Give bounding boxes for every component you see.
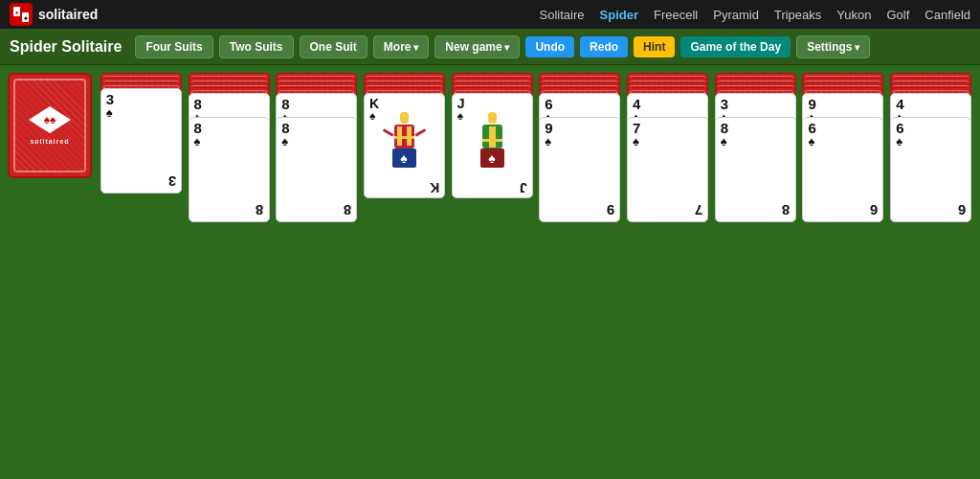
new-game-button[interactable]: New game	[434, 35, 520, 58]
card-8-spades-4[interactable]: 8 ♠ ♠♠♠♠♠♠♠♠ 8	[276, 117, 357, 222]
column-9: 9 ♠ ♠♠♠♠♠♠♠♠♠ 9 6 ♠ ♠♠♠♠♠♠ 6	[802, 73, 885, 471]
nav-freecell[interactable]: Freecell	[654, 8, 698, 22]
nav-yukon[interactable]: Yukon	[836, 8, 871, 22]
column-4: K ♠ ♠	[363, 73, 446, 471]
hint-button[interactable]: Hint	[634, 36, 675, 57]
columns-area: 3 ♠ ♠ ♠♠ ♠ 3 8 ♠	[100, 73, 972, 471]
settings-button[interactable]: Settings	[796, 35, 870, 58]
nav-spider[interactable]: Spider	[600, 8, 638, 22]
col-10-stack: 4 ♠ ♠♠♠♠ 4 6 ♠ ♠♠♠♠♠♠ 6	[890, 73, 971, 222]
svg-text:♣: ♣	[24, 15, 28, 21]
one-suit-button[interactable]: One Suit	[300, 35, 368, 58]
svg-rect-16	[482, 139, 502, 142]
card-7-spades[interactable]: 7 ♠ ♠♠♠♠♠♠♠ 7	[627, 117, 708, 222]
card-6-spades-3[interactable]: 6 ♠ ♠♠♠♠♠♠ 6	[890, 117, 971, 222]
col-4-stack: K ♠ ♠	[364, 73, 445, 198]
col-8-stack: 3 ♠ ♠♠♠ 3 8 ♠ ♠♠♠♠♠♠♠♠ 8	[715, 73, 796, 222]
game-title: Spider Solitaire	[10, 38, 122, 56]
card-9-spades-1[interactable]: 9 ♠ ♠♠♠♠♠♠♠♠♠ 9	[539, 117, 620, 222]
svg-text:♠: ♠	[488, 150, 496, 166]
card-8-spades-2[interactable]: 8 ♠ ♠♠♠♠♠♠♠♠ 8	[189, 117, 270, 222]
two-suits-button[interactable]: Two Suits	[219, 35, 294, 58]
stock-deck[interactable]: ♠♠ solitaired	[8, 73, 92, 178]
col-5-stack: J ♠ ♠ J	[452, 73, 533, 198]
col-2-stack: 8 ♠ ♠♠♠♠♠♠♠♠ 8 8 ♠ ♠♠♠♠♠♠♠♠ 8	[189, 73, 270, 222]
col-9-stack: 9 ♠ ♠♠♠♠♠♠♠♠♠ 9 6 ♠ ♠♠♠♠♠♠ 6	[802, 73, 883, 222]
card-king-spades[interactable]: K ♠ ♠	[364, 93, 445, 198]
svg-rect-11	[383, 128, 394, 137]
top-navigation: ♠ ♣ solitaired Solitaire Spider Freecell…	[0, 0, 980, 29]
nav-golf[interactable]: Golf	[886, 8, 909, 22]
col-1-stack: 3 ♠ ♠ ♠♠ ♠ 3	[100, 73, 182, 194]
nav-solitaire[interactable]: Solitaire	[540, 8, 585, 22]
column-7: 4 ♠ ♠♠♠♠ 4 7 ♠ ♠♠♠♠♠♠♠ 7	[626, 73, 709, 471]
nav-links: Solitaire Spider Freecell Pyramid Tripea…	[540, 8, 970, 22]
card-jack-spades[interactable]: J ♠ ♠ J	[452, 93, 533, 198]
game-area: ♠♠ solitaired 3 ♠ ♠ ♠♠ ♠	[0, 65, 980, 479]
game-toolbar: Spider Solitaire Four Suits Two Suits On…	[0, 29, 980, 65]
column-1: 3 ♠ ♠ ♠♠ ♠ 3	[100, 73, 183, 471]
nav-pyramid[interactable]: Pyramid	[713, 8, 759, 22]
column-2: 8 ♠ ♠♠♠♠♠♠♠♠ 8 8 ♠ ♠♠♠♠♠♠♠♠ 8	[188, 73, 271, 471]
nav-tripeaks[interactable]: Tripeaks	[774, 8, 821, 22]
card-3-spades[interactable]: 3 ♠ ♠ ♠♠ ♠ 3	[100, 88, 182, 194]
col-6-stack: 6 ♠ ♠♠♠♠♠♠ 6 9 ♠ ♠♠♠♠♠♠♠♠♠ 9	[539, 73, 620, 222]
more-button[interactable]: More	[373, 35, 429, 58]
stock-area: ♠♠ solitaired	[8, 73, 94, 471]
column-10: 4 ♠ ♠♠♠♠ 4 6 ♠ ♠♠♠♠♠♠ 6	[889, 73, 972, 471]
card-8-spades-5[interactable]: 8 ♠ ♠♠♠♠♠♠♠♠ 8	[715, 117, 796, 222]
col-3-stack: 8 ♠ ♠♠♠♠♠♠♠♠ 8 8 ♠ ♠♠♠♠♠♠♠♠ 8	[276, 73, 357, 222]
undo-button[interactable]: Undo	[525, 36, 574, 57]
col-7-stack: 4 ♠ ♠♠♠♠ 4 7 ♠ ♠♠♠♠♠♠♠ 7	[627, 73, 708, 222]
stock-logo: ♠♠ solitaired	[29, 106, 71, 145]
logo-icon: ♠ ♣	[10, 3, 33, 26]
svg-rect-8	[394, 136, 414, 139]
column-3: 8 ♠ ♠♠♠♠♠♠♠♠ 8 8 ♠ ♠♠♠♠♠♠♠♠ 8	[275, 73, 358, 471]
nav-canfield[interactable]: Canfield	[924, 8, 970, 22]
card-6-spades-2[interactable]: 6 ♠ ♠♠♠♠♠♠ 6	[802, 117, 883, 222]
column-8: 3 ♠ ♠♠♠ 3 8 ♠ ♠♠♠♠♠♠♠♠ 8	[714, 73, 797, 471]
app-name: solitaired	[38, 7, 98, 22]
svg-rect-15	[489, 126, 496, 148]
svg-text:♠: ♠	[400, 150, 408, 166]
column-6: 6 ♠ ♠♠♠♠♠♠ 6 9 ♠ ♠♠♠♠♠♠♠♠♠ 9	[539, 73, 622, 471]
four-suits-button[interactable]: Four Suits	[135, 35, 212, 58]
svg-rect-12	[414, 128, 426, 137]
app-logo[interactable]: ♠ ♣ solitaired	[10, 3, 98, 26]
svg-rect-13	[488, 112, 497, 124]
column-5: J ♠ ♠ J	[451, 73, 534, 471]
game-of-day-button[interactable]: Game of the Day	[680, 36, 791, 57]
svg-rect-4	[400, 112, 409, 124]
redo-button[interactable]: Redo	[580, 36, 628, 57]
